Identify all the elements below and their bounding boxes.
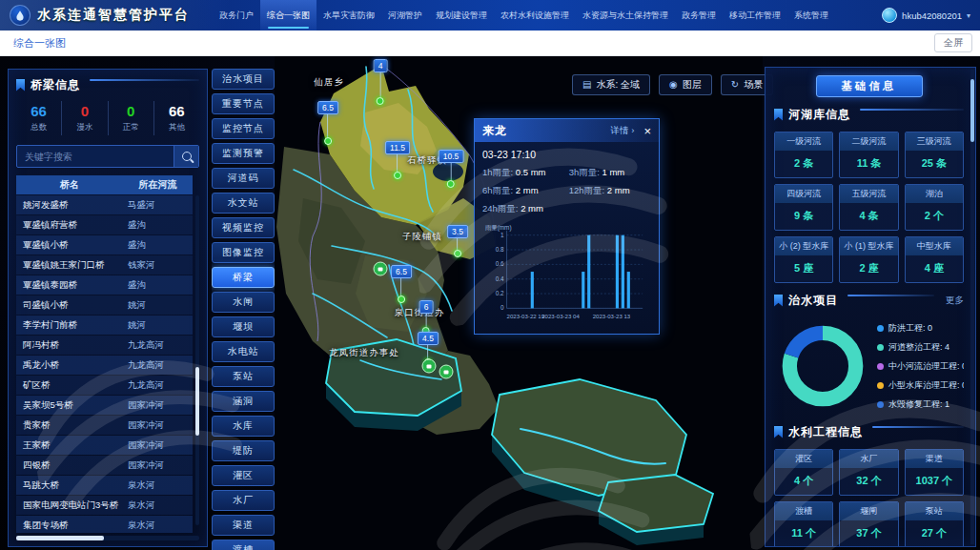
camera-marker-icon[interactable] [374, 262, 388, 276]
nav-tab[interactable]: 政务管理 [675, 0, 723, 31]
river-name-cell: 九龙高河 [121, 339, 193, 352]
layer-item-水厂[interactable]: 水厂 [212, 490, 275, 511]
layer-item-渠道[interactable]: 渠道 [212, 515, 275, 536]
panel-scrollbar[interactable] [970, 70, 974, 544]
close-icon[interactable]: × [643, 125, 651, 137]
layer-item-渡槽[interactable]: 渡槽 [212, 540, 275, 550]
camera-marker-icon[interactable] [422, 359, 437, 374]
table-row[interactable]: 姚河发盛桥马盛河 [16, 195, 193, 214]
basic-info-button[interactable]: 基础信息 [816, 75, 923, 97]
river-card[interactable]: 湖泊2 个 [905, 184, 964, 231]
nav-tab[interactable]: 移动工作管理 [723, 0, 787, 31]
table-row[interactable]: 司盛镇小桥姚河 [16, 295, 193, 315]
nav-tab[interactable]: 综合一张图 [260, 0, 316, 31]
nav-tab[interactable]: 系统管理 [787, 0, 835, 31]
table-horizontal-scrollbar[interactable] [16, 536, 199, 540]
river-card[interactable]: 小 (1) 型水库2 座 [839, 236, 898, 283]
water-level-marker[interactable]: 4 [374, 59, 388, 105]
layer-item-河道码[interactable]: 河道码 [212, 168, 275, 189]
river-card[interactable]: 一级河流2 条 [774, 132, 833, 178]
layer-item-水电站[interactable]: 水电站 [212, 341, 275, 362]
nav-tab[interactable]: 水旱灾害防御 [316, 0, 381, 31]
layer-item-监测预警[interactable]: 监测预警 [212, 143, 275, 164]
river-card[interactable]: 二级河流11 条 [839, 132, 898, 178]
metric-value: 2 mm [516, 185, 539, 195]
facility-card[interactable]: 渡槽11 个 [774, 501, 833, 547]
water-level-marker[interactable]: 6.5 [317, 101, 338, 145]
table-row[interactable]: 覃盛镇泰园桥盛沟 [16, 275, 193, 295]
facility-card[interactable]: 水厂32 个 [839, 449, 898, 496]
table-row[interactable]: 李学村门前桥姚河 [16, 316, 193, 335]
layer-item-水闸[interactable]: 水闸 [212, 292, 275, 313]
scrollbar-thumb[interactable] [970, 79, 974, 142]
layer-item-泵站[interactable]: 泵站 [212, 366, 275, 387]
fullscreen-button[interactable]: 全屏 [934, 33, 972, 52]
nav-tab[interactable]: 农村水利设施管理 [494, 0, 576, 31]
facility-card-title: 堰闸 [840, 502, 897, 520]
scrollbar-thumb[interactable] [195, 367, 199, 436]
layer-item-堰坝[interactable]: 堰坝 [212, 316, 275, 337]
marker-stem [327, 114, 328, 137]
layer-item-水文站[interactable]: 水文站 [212, 193, 275, 214]
table-row[interactable]: 矿区桥九龙高河 [16, 376, 193, 395]
table-row[interactable]: 王家桥园家冲河 [16, 436, 193, 455]
layer-item-治水项目[interactable]: 治水项目 [212, 69, 275, 90]
camera-marker-icon[interactable] [439, 365, 454, 379]
detail-link[interactable]: 详情 › [611, 125, 635, 137]
table-row[interactable]: 集团专场桥泉水河 [16, 516, 193, 533]
more-link[interactable]: 更多 [946, 295, 964, 307]
scrollbar-thumb[interactable] [16, 536, 104, 540]
table-row[interactable]: 覃盛镇小桥盛沟 [16, 235, 193, 255]
river-card[interactable]: 五级河流4 条 [839, 184, 898, 231]
marker-dot [447, 180, 455, 188]
facility-card[interactable]: 泵站27 个 [905, 501, 964, 547]
nav-tab[interactable]: 水资源与水土保持管理 [576, 0, 675, 31]
projects-legend: 防洪工程: 0河道整治工程: 4中小河流治理工程: 0小型水库治理工程: 0水毁… [877, 322, 964, 411]
river-name-cell: 园家冲河 [121, 439, 193, 452]
layer-item-监控节点[interactable]: 监控节点 [212, 118, 275, 139]
search-button[interactable] [174, 146, 198, 167]
layer-item-重要节点[interactable]: 重要节点 [212, 93, 275, 114]
breadcrumb[interactable]: 综合一张图 [13, 36, 66, 51]
table-row[interactable]: 阿冯村桥九龙高河 [16, 336, 193, 355]
water-level-marker[interactable]: 3.5 [447, 225, 468, 257]
river-card[interactable]: 四级河流9 条 [774, 184, 833, 231]
table-row[interactable]: 四银桥园家冲河 [16, 456, 193, 475]
map-control[interactable]: ◉图层 [659, 74, 712, 95]
table-row[interactable]: 吴家坝5号桥园家冲河 [16, 396, 193, 415]
river-card[interactable]: 小 (2) 型水库5 座 [774, 236, 833, 283]
nav-tab[interactable]: 政务门户 [213, 0, 260, 31]
facility-card[interactable]: 渠道1037 个 [905, 449, 964, 496]
search-input[interactable] [17, 146, 174, 167]
table-row[interactable]: 贵家桥园家冲河 [16, 416, 193, 435]
layer-item-视频监控[interactable]: 视频监控 [212, 217, 275, 238]
table-row[interactable]: 覃盛镇姚王家门口桥钱家河 [16, 255, 193, 275]
legend-label: 中小河流治理工程: 0 [888, 360, 964, 373]
water-level-marker[interactable]: 11.5 [385, 141, 410, 179]
bridge-name-cell: 国家电网变电站门3号桥 [16, 499, 121, 512]
map-control[interactable]: ▤水系: 全域 [572, 74, 650, 95]
layer-item-灌区[interactable]: 灌区 [212, 465, 275, 486]
user-menu[interactable]: hkub42080201 ▾ [882, 8, 970, 23]
nav-tab[interactable]: 规划建设管理 [429, 0, 494, 31]
layer-item-桥梁[interactable]: 桥梁 [212, 267, 275, 288]
layer-item-涵洞[interactable]: 涵洞 [212, 391, 275, 412]
layer-item-水库[interactable]: 水库 [212, 416, 275, 437]
table-row[interactable]: 马跳大桥泉水河 [16, 476, 193, 495]
table-row[interactable]: 禹龙小桥九龙高河 [16, 356, 193, 375]
table-row[interactable]: 国家电网变电站门3号桥泉水河 [16, 496, 193, 515]
river-card[interactable]: 三级河流25 条 [905, 132, 964, 178]
water-level-marker[interactable]: 10.5 [439, 150, 464, 188]
facility-card[interactable]: 灌区4 个 [774, 449, 833, 496]
facility-card[interactable]: 堰闸37 个 [839, 501, 898, 547]
water-level-marker[interactable]: 6.5 [391, 265, 412, 303]
table-row[interactable]: 覃盛镇府营桥盛沟 [16, 215, 193, 234]
river-card[interactable]: 中型水库4 座 [905, 236, 964, 283]
layer-item-堤防[interactable]: 堤防 [212, 440, 275, 461]
facilities-section-title: 水利工程信息 [788, 424, 863, 440]
nav-tab[interactable]: 河湖管护 [381, 0, 429, 31]
water-level-marker[interactable]: 6 [419, 300, 434, 335]
bridge-name-cell: 阿冯村桥 [16, 339, 121, 352]
table-vertical-scrollbar[interactable] [195, 195, 199, 525]
layer-item-图像监控[interactable]: 图像监控 [212, 242, 275, 263]
